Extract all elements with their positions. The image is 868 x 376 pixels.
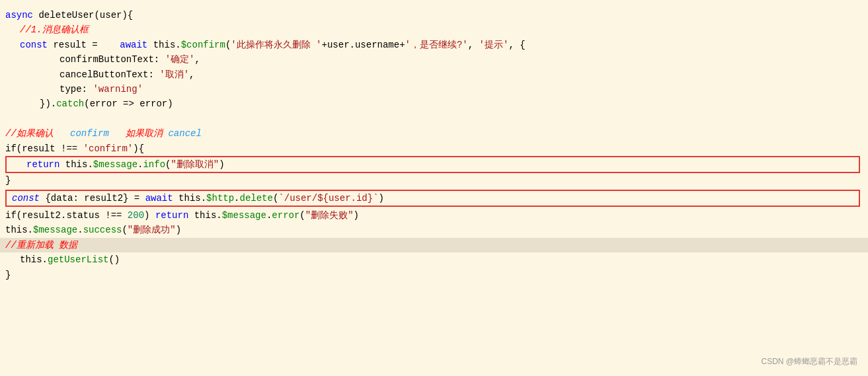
async-keyword: async bbox=[5, 8, 38, 22]
code-line-14: if(result2.status !== 200) return this.$… bbox=[0, 208, 868, 223]
code-line-9: //如果确认 confirm 如果取消 cancel bbox=[0, 126, 868, 141]
red-box-2: const {data: result2} = await this.$http… bbox=[5, 190, 860, 207]
code-line-7: }).catch(error => error) bbox=[0, 96, 868, 111]
code-line-16: //重新加载 数据 bbox=[0, 238, 868, 252]
code-line-13: const {data: result2} = await this.$http… bbox=[7, 191, 859, 206]
code-line-15: this.$message.success("删除成功") bbox=[0, 223, 868, 237]
code-line-5: cancelButtonText: '取消', bbox=[0, 67, 868, 82]
code-line-11: return this.$message.info("删除取消") bbox=[7, 157, 859, 172]
code-line-6: type: 'warning' bbox=[0, 82, 868, 96]
code-line-3: const result = await this.$confirm('此操作将… bbox=[0, 38, 868, 52]
code-line-18: } bbox=[0, 268, 868, 282]
code-line-12: } bbox=[0, 173, 868, 188]
code-line-2: //1.消息确认框 bbox=[0, 22, 868, 37]
code-line-4: confirmButtonText: '确定', bbox=[0, 52, 868, 67]
code-line-1: async deleteUser(user){ bbox=[0, 8, 868, 22]
code-line-empty1 bbox=[0, 112, 868, 126]
watermark: CSDN @蟑螂恶霸不是恶霸 bbox=[761, 356, 857, 368]
comment-1: //1.消息确认框 bbox=[20, 22, 89, 37]
code-line-10: if(result !== 'confirm'){ bbox=[0, 141, 868, 156]
code-block: async deleteUser(user){ //1.消息确认框 const … bbox=[0, 0, 868, 376]
fn-name: deleteUser(user){ bbox=[38, 8, 133, 22]
code-line-17: this.getUserList() bbox=[0, 252, 868, 267]
red-box-1: return this.$message.info("删除取消") bbox=[5, 156, 860, 173]
